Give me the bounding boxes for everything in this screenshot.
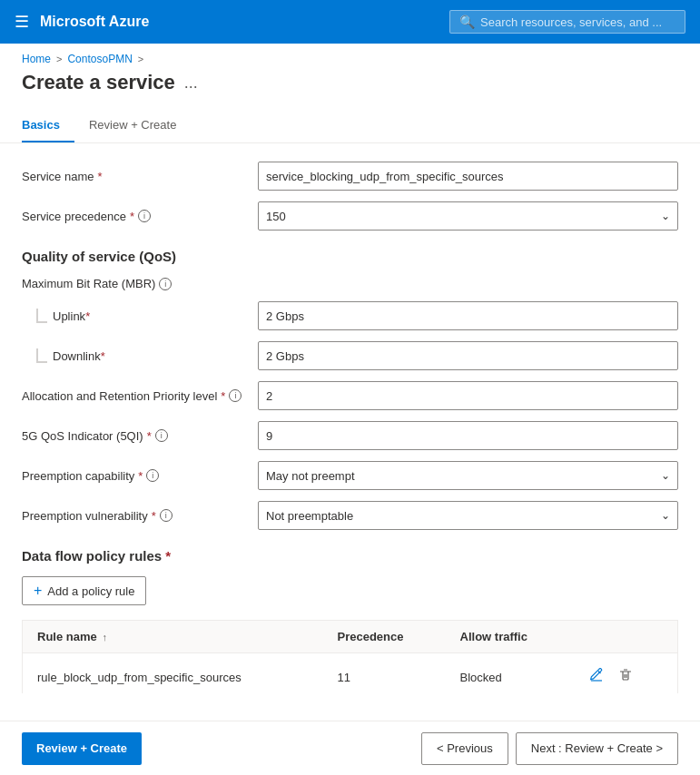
mbr-row: Maximum Bit Rate (MBR) i [22, 277, 678, 290]
cell-allow-traffic: Blocked [446, 653, 570, 694]
required-star-alloc: * [221, 389, 225, 403]
col-precedence: Precedence [322, 621, 445, 653]
breadcrumb: Home > ContosoPMN > [0, 44, 700, 71]
search-box[interactable]: 🔍 [449, 10, 685, 34]
required-star-2: * [130, 210, 134, 223]
search-input[interactable] [480, 15, 662, 29]
allocation-input[interactable] [258, 381, 678, 410]
tab-basics[interactable]: Basics [22, 109, 74, 142]
breadcrumb-home[interactable]: Home [22, 53, 51, 65]
downlink-label: Downlink * [22, 348, 258, 363]
required-star-preempt-vuln: * [152, 509, 156, 523]
preemption-capability-label: Preemption capability * i [22, 469, 258, 483]
required-star-preempt-cap: * [138, 469, 143, 483]
page-options-icon[interactable]: ... [184, 74, 198, 93]
hamburger-icon[interactable]: ☰ [15, 12, 29, 32]
table-row: rule_block_udp_from_specific_sources 11 … [23, 653, 678, 694]
search-icon: 🔍 [459, 15, 475, 29]
col-allow-traffic: Allow traffic [446, 621, 570, 653]
tab-review-create[interactable]: Review + Create [89, 109, 191, 142]
add-policy-rule-button[interactable]: + Add a policy rule [22, 576, 146, 605]
cell-rule-name: rule_block_udp_from_specific_sources [23, 653, 323, 694]
allocation-row: Allocation and Retention Priority level … [22, 381, 678, 410]
uplink-input[interactable] [258, 301, 678, 330]
preemption-vulnerability-select[interactable]: Not preemptable Preemptable [259, 502, 677, 529]
sort-arrow-rule-name: ↑ [102, 632, 107, 643]
cell-actions [569, 653, 677, 693]
policy-rules-table: Rule name ↑ Precedence Allow traffic rul… [22, 620, 678, 693]
plus-icon: + [34, 583, 42, 599]
topbar: ☰ Microsoft Azure 🔍 [0, 0, 700, 44]
preemption-capability-row: Preemption capability * i May not preemp… [22, 461, 678, 490]
indent-line-uplink [36, 309, 47, 323]
indent-line-downlink [36, 348, 47, 363]
mbr-label: Maximum Bit Rate (MBR) i [22, 277, 258, 290]
qos-indicator-label: 5G QoS Indicator (5QI) * i [22, 429, 258, 443]
col-actions [569, 621, 677, 653]
qos-indicator-info-icon[interactable]: i [155, 429, 168, 442]
required-star-policy: * [165, 548, 171, 564]
downlink-input[interactable] [258, 341, 678, 370]
breadcrumb-sep2: > [138, 54, 143, 64]
form-area: Service name * Service precedence * i 15… [0, 143, 700, 693]
col-rule-name: Rule name ↑ [23, 621, 323, 653]
qos-indicator-input[interactable] [258, 421, 678, 450]
preemption-vulnerability-info-icon[interactable]: i [160, 509, 173, 522]
delete-icon [618, 670, 633, 685]
page-header: Create a service ... [0, 71, 700, 109]
delete-rule-button[interactable] [613, 664, 638, 690]
edit-rule-button[interactable] [584, 664, 609, 690]
downlink-row: Downlink * [22, 341, 678, 370]
service-precedence-label: Service precedence * i [22, 210, 258, 223]
cell-precedence: 11 [322, 653, 445, 694]
service-precedence-select[interactable]: 150 [259, 202, 677, 230]
app-title: Microsoft Azure [40, 14, 149, 30]
uplink-row: Uplink * [22, 301, 678, 330]
mbr-info-icon[interactable]: i [159, 278, 172, 290]
policy-rules-heading: Data flow policy rules * [22, 548, 678, 564]
service-precedence-select-wrapper: 150 ⌄ [258, 201, 678, 231]
uplink-label: Uplink * [22, 309, 258, 323]
required-star-qos: * [147, 429, 152, 443]
allocation-info-icon[interactable]: i [229, 389, 242, 402]
breadcrumb-sep1: > [56, 54, 62, 64]
add-policy-rule-label: Add a policy rule [47, 584, 134, 598]
breadcrumb-contosopmn[interactable]: ContosoPMN [67, 53, 132, 65]
table-header-row: Rule name ↑ Precedence Allow traffic [23, 621, 678, 653]
service-name-row: Service name * [22, 162, 678, 191]
preemption-vulnerability-select-wrapper: Not preemptable Preemptable ⌄ [258, 501, 678, 530]
service-name-label: Service name * [22, 170, 258, 183]
allocation-label: Allocation and Retention Priority level … [22, 389, 258, 403]
page-title: Create a service [22, 71, 175, 94]
preemption-capability-select-wrapper: May not preempt May preempt ⌄ [258, 461, 678, 490]
qos-indicator-row: 5G QoS Indicator (5QI) * i [22, 421, 678, 450]
edit-icon [589, 670, 604, 685]
service-name-input[interactable] [258, 162, 678, 191]
preemption-capability-select[interactable]: May not preempt May preempt [259, 462, 677, 489]
preemption-capability-info-icon[interactable]: i [146, 469, 159, 482]
service-precedence-info-icon[interactable]: i [138, 210, 151, 222]
required-star-downlink: * [101, 349, 105, 363]
qos-heading: Quality of service (QoS) [22, 249, 678, 264]
preemption-vulnerability-label: Preemption vulnerability * i [22, 509, 258, 523]
service-precedence-row: Service precedence * i 150 ⌄ [22, 201, 678, 231]
tabs: Basics Review + Create [0, 109, 700, 143]
required-star-uplink: * [85, 309, 90, 323]
preemption-vulnerability-row: Preemption vulnerability * i Not preempt… [22, 501, 678, 530]
required-star: * [97, 170, 102, 183]
